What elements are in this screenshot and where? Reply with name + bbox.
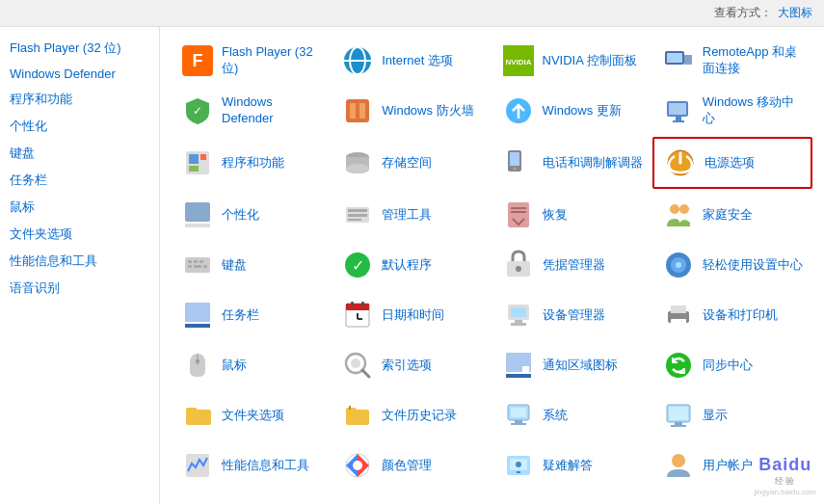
- sidebar-item-personalize[interactable]: 个性化: [0, 113, 159, 140]
- voice-icon: [179, 497, 216, 504]
- cp-item-voice-recognition2[interactable]: 语音识别: [172, 491, 332, 504]
- cp-item-date-time[interactable]: 日期和时间: [332, 291, 492, 339]
- cp-item-label-windows-firewall: Windows 防火墙: [382, 103, 473, 119]
- cp-item-color-manage[interactable]: 颜色管理: [332, 441, 492, 490]
- svg-rect-8: [667, 53, 682, 63]
- cp-item-devices-printers[interactable]: 设备和打印机: [652, 291, 812, 339]
- taskbar-icon: [179, 297, 216, 333]
- cp-item-storage-space[interactable]: 存储空间: [332, 137, 492, 189]
- svg-rect-43: [194, 260, 198, 263]
- cp-item-windows-update[interactable]: Windows 更新: [492, 87, 652, 135]
- svg-rect-19: [673, 120, 684, 122]
- svg-rect-58: [346, 304, 369, 310]
- cp-item-notification-area[interactable]: 通知区域图标: [492, 341, 652, 389]
- cp-item-label-manage-tools: 管理工具: [382, 207, 432, 224]
- svg-rect-33: [348, 209, 367, 212]
- cp-item-file-history[interactable]: 文件历史记录: [332, 391, 492, 439]
- svg-rect-76: [506, 374, 531, 378]
- nvidia-icon: NVIDIA: [500, 42, 537, 79]
- sidebar-item-flash-player[interactable]: Flash Player (32 位): [0, 35, 159, 62]
- svg-rect-46: [194, 265, 201, 268]
- ease-icon: [660, 247, 697, 283]
- cp-item-label-credential-manager: 凭据管理器: [543, 257, 605, 274]
- cp-item-default-programs[interactable]: ✓默认程序: [332, 241, 492, 289]
- svg-rect-37: [511, 207, 526, 209]
- cp-item-personalize2[interactable]: 个性化: [172, 191, 332, 239]
- cp-item-folder-options2[interactable]: 文件夹选项: [172, 391, 332, 439]
- cp-item-power-options[interactable]: 电源选项: [652, 137, 812, 189]
- svg-rect-86: [671, 425, 686, 427]
- sidebar-item-voice-recognition[interactable]: 语音识别: [0, 275, 159, 302]
- cp-item-programs-features2[interactable]: 程序和功能: [172, 137, 332, 189]
- svg-rect-85: [675, 422, 682, 425]
- cp-item-perf-info2[interactable]: 性能信息和工具: [172, 441, 332, 490]
- svg-point-94: [672, 454, 685, 467]
- cp-item-phone-modem[interactable]: 电话和调制解调器: [492, 137, 652, 189]
- sidebar-item-keyboard[interactable]: 键盘: [0, 140, 159, 167]
- cp-item-keyboard2[interactable]: 键盘: [172, 241, 332, 289]
- large-icon-option[interactable]: 大图标: [778, 5, 812, 21]
- cp-item-label-folder-options2: 文件夹选项: [222, 408, 284, 424]
- cp-item-mouse2[interactable]: 鼠标: [172, 341, 332, 389]
- troubleshoot-icon: [500, 447, 537, 484]
- cp-item-autoplay[interactable]: 自动播放: [332, 491, 492, 504]
- svg-rect-12: [350, 103, 356, 119]
- cp-item-credential-manager[interactable]: 凭据管理器: [492, 241, 652, 289]
- sidebar-item-mouse[interactable]: 鼠标: [0, 194, 159, 221]
- cp-item-windows-mobility[interactable]: Windows 移动中心: [652, 87, 812, 135]
- svg-rect-82: [511, 423, 526, 425]
- cp-item-label-date-time: 日期和时间: [382, 307, 444, 324]
- svg-point-39: [670, 204, 679, 214]
- cp-item-recovery[interactable]: 恢复: [492, 191, 652, 239]
- svg-rect-60: [361, 302, 364, 306]
- sidebar-item-windows-defender[interactable]: Windows Defender: [0, 62, 159, 86]
- cp-item-label-power-options: 电源选项: [704, 155, 755, 172]
- cp-item-device-manager[interactable]: 设备管理器: [492, 291, 652, 339]
- cp-item-ease-access[interactable]: 轻松使用设置中心: [652, 241, 812, 289]
- cp-item-label-default-programs: 默认程序: [382, 257, 432, 274]
- cp-item-fonts[interactable]: Aa字体: [492, 491, 652, 504]
- power-icon: [662, 145, 699, 181]
- control-panel-grid: FFlash Player (32 位)Internet 选项NVIDIANVI…: [172, 37, 812, 504]
- cp-item-remoteapp[interactable]: RemoteApp 和桌面连接: [652, 37, 812, 85]
- cp-item-family-safety[interactable]: 家庭安全: [652, 191, 812, 239]
- cp-item-taskbar2[interactable]: 任务栏: [172, 291, 332, 339]
- defender-icon: ✓: [179, 93, 216, 129]
- datetime-icon: [339, 297, 376, 333]
- svg-point-71: [196, 359, 199, 363]
- cp-item-windows-defender2[interactable]: ✓Windows Defender: [172, 87, 332, 135]
- cp-item-nvidia-control[interactable]: NVIDIANVIDIA 控制面板: [492, 37, 652, 85]
- sidebar-item-programs-features[interactable]: 程序和功能: [0, 86, 159, 113]
- cp-item-label-taskbar2: 任务栏: [222, 307, 259, 324]
- cp-item-manage-tools[interactable]: 管理工具: [332, 191, 492, 239]
- cp-item-index-options[interactable]: 索引选项: [332, 341, 492, 389]
- svg-rect-77: [522, 366, 529, 373]
- sidebar-item-taskbar[interactable]: 任务栏: [0, 167, 159, 194]
- cp-item-windows-firewall[interactable]: Windows 防火墙: [332, 87, 492, 135]
- svg-point-54: [676, 262, 681, 268]
- cp-item-flash-player[interactable]: FFlash Player (32 位): [172, 37, 332, 85]
- top-bar: 查看方式： 大图标: [0, 0, 824, 27]
- sidebar-item-perf-info[interactable]: 性能信息和工具: [0, 248, 159, 275]
- svg-point-78: [666, 353, 691, 378]
- svg-rect-68: [671, 305, 686, 313]
- system-icon: [500, 397, 537, 434]
- mobility-icon: [660, 93, 697, 129]
- svg-rect-66: [511, 323, 526, 326]
- svg-rect-22: [189, 166, 199, 172]
- svg-rect-42: [188, 260, 192, 263]
- ie-icon: [339, 42, 376, 79]
- cp-item-troubleshoot[interactable]: 疑难解答: [492, 441, 652, 490]
- svg-rect-23: [200, 154, 206, 160]
- cp-item-display[interactable]: 显示: [652, 391, 812, 439]
- cp-item-label-system: 系统: [543, 408, 568, 424]
- cp-item-label-flash-player: Flash Player (32 位): [222, 44, 324, 77]
- keyboard-icon: [179, 247, 216, 283]
- index-icon: [339, 347, 376, 384]
- cp-item-label-remoteapp: RemoteApp 和桌面连接: [703, 44, 805, 77]
- cp-item-sync-center[interactable]: 同步中心: [652, 341, 812, 389]
- cp-item-system[interactable]: 系统: [492, 391, 652, 439]
- perf-icon: [179, 447, 216, 484]
- cp-item-internet-options[interactable]: Internet 选项: [332, 37, 492, 85]
- sidebar-item-folder-options[interactable]: 文件夹选项: [0, 221, 159, 248]
